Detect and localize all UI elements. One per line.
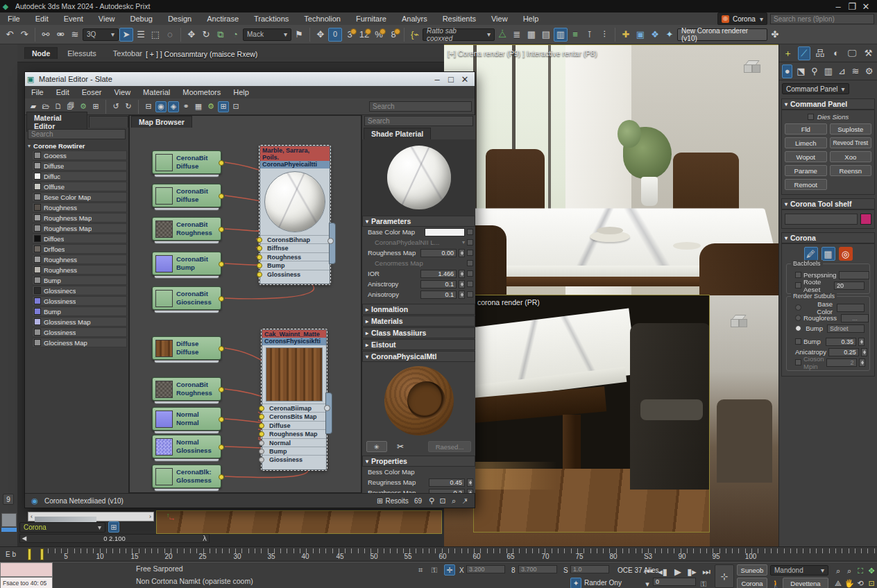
corona-logo-button[interactable]: ◎ bbox=[839, 247, 853, 261]
menu-view[interactable]: View bbox=[91, 13, 123, 24]
list-item[interactable]: Roughness bbox=[32, 254, 127, 264]
value-field[interactable]: Sdroet bbox=[827, 325, 865, 333]
render-iterative-icon[interactable]: ✦ bbox=[663, 28, 676, 42]
show-background-icon[interactable]: ◈ bbox=[168, 101, 179, 112]
checkbox[interactable] bbox=[795, 282, 801, 288]
list-item[interactable]: Glossiness bbox=[32, 327, 127, 337]
corona-button[interactable]: Corona bbox=[737, 578, 767, 588]
go-to-start-icon[interactable]: ⏮ bbox=[642, 564, 656, 578]
tab-ghost[interactable] bbox=[89, 116, 128, 128]
manipulate-icon[interactable]: ✥ bbox=[314, 28, 327, 42]
input-port[interactable] bbox=[257, 254, 262, 260]
zoom-icon[interactable]: ⌕ bbox=[833, 565, 844, 576]
output-port[interactable] bbox=[219, 417, 224, 422]
timeline-marker[interactable] bbox=[40, 548, 44, 560]
pivot-icon[interactable]: ⚑ bbox=[292, 28, 306, 42]
viewcube-icon[interactable] bbox=[731, 315, 749, 330]
output-port[interactable] bbox=[219, 346, 224, 352]
dope-sheet-icon[interactable]: ≡ bbox=[568, 28, 582, 42]
go-to-end-icon[interactable]: ⏭ bbox=[699, 564, 713, 578]
spinner[interactable] bbox=[459, 249, 465, 257]
crossing-selection-icon[interactable]: ◌ bbox=[163, 28, 177, 42]
placement-icon[interactable]: ◔ bbox=[228, 28, 242, 42]
map-checkbox[interactable] bbox=[467, 229, 473, 235]
radio[interactable] bbox=[795, 315, 801, 321]
spacewarps-category-icon[interactable]: ≋ bbox=[851, 64, 861, 78]
trackbar-range[interactable]: ◄ 0 2.100 λ bbox=[19, 534, 210, 543]
checkbox[interactable] bbox=[795, 359, 801, 365]
lock-selection-icon[interactable]: ⚿ bbox=[429, 564, 440, 576]
snap-3d-icon[interactable]: 3 bbox=[343, 28, 357, 42]
map-checkbox[interactable] bbox=[467, 270, 473, 277]
corona-view-dropdown[interactable]: Corona ▾ bbox=[19, 522, 105, 533]
material-node-walnut[interactable]: Cak_Wainnt_Matte CoronsFhysicsikfti Cero… bbox=[262, 329, 327, 470]
me-menu-file[interactable]: File bbox=[25, 87, 50, 98]
utilities-tab-icon[interactable]: ⚒ bbox=[862, 46, 874, 60]
layer-manager-icon[interactable]: ▦ bbox=[525, 28, 538, 42]
new-material-icon[interactable]: ▰ bbox=[28, 101, 39, 112]
results-grid-icon[interactable]: ⊞ bbox=[375, 495, 386, 506]
corona-checker-icon[interactable]: ▦ bbox=[821, 247, 835, 261]
reensn-button[interactable]: Reensn bbox=[830, 165, 872, 176]
shapes-category-icon[interactable]: ⬔ bbox=[796, 64, 806, 78]
z-field[interactable]: 1.0 bbox=[570, 565, 609, 573]
fov-icon[interactable]: ⟁ bbox=[833, 578, 844, 588]
render-frame-icon[interactable]: ▣ bbox=[633, 28, 647, 42]
zoom-extents-all-icon[interactable]: ✥ bbox=[866, 565, 877, 576]
input-slot[interactable]: Diffuse bbox=[262, 421, 326, 429]
menu-event[interactable]: Event bbox=[56, 13, 91, 24]
parameters-rollout[interactable]: ▾ Parameters bbox=[362, 216, 475, 227]
map-checkbox[interactable] bbox=[467, 239, 473, 245]
unassign-icon[interactable]: ✂ bbox=[391, 441, 409, 452]
scale-icon[interactable]: ⧉ bbox=[214, 28, 228, 42]
select-by-name-icon[interactable]: ☰ bbox=[134, 28, 148, 42]
prev-frame-icon[interactable]: ◂▮ bbox=[656, 564, 670, 578]
xoo-button[interactable]: Xoo bbox=[830, 151, 872, 162]
corona-rollout[interactable]: ▾Corona bbox=[781, 232, 875, 243]
input-port[interactable] bbox=[259, 457, 264, 462]
wopot-button[interactable]: Wopot bbox=[785, 151, 827, 162]
list-item[interactable]: Roughness bbox=[32, 265, 127, 275]
zoom-extents-icon[interactable]: ▦ bbox=[193, 101, 204, 112]
zoom-all-icon[interactable]: ⌕ bbox=[844, 565, 855, 576]
menu-edit[interactable]: Edit bbox=[28, 13, 56, 24]
render-only-icon[interactable]: ✦ bbox=[570, 578, 581, 588]
value-field[interactable]: 2 bbox=[826, 358, 857, 367]
restore-icon[interactable]: ❐ bbox=[845, 0, 859, 13]
map-node[interactable]: NormalGlossiness bbox=[152, 435, 221, 458]
reference-coordinate-dropdown[interactable]: Mack▾ bbox=[243, 28, 291, 41]
list-item[interactable]: Drffoes bbox=[32, 244, 127, 254]
me-menu-edit[interactable]: Edit bbox=[50, 87, 76, 98]
devettena-button[interactable]: Devettena bbox=[783, 578, 828, 588]
node-side-tab[interactable] bbox=[325, 392, 332, 434]
menu-resitients[interactable]: Resitients bbox=[435, 13, 484, 24]
output-port[interactable] bbox=[327, 238, 334, 244]
redo-icon[interactable]: ↷ bbox=[17, 28, 31, 42]
output-port[interactable] bbox=[219, 227, 224, 232]
list-item[interactable]: Diffuc bbox=[32, 171, 127, 181]
edit-keys-icon[interactable]: {⌁ bbox=[408, 28, 422, 42]
y-field[interactable]: 3.700 bbox=[518, 565, 557, 573]
scene-explorer-icon[interactable]: ▤ bbox=[539, 28, 553, 42]
display-tab-icon[interactable]: 🖵 bbox=[846, 46, 858, 60]
spinner-snap-icon[interactable]: 8 bbox=[386, 28, 400, 42]
rollout-class-massiiurs[interactable]: ▸Class Massiiurs bbox=[362, 327, 475, 338]
tree-collapse-icon[interactable]: ▾ bbox=[28, 143, 31, 149]
stats-icon[interactable]: ⭷ bbox=[459, 495, 470, 506]
list-item[interactable]: Bump bbox=[32, 275, 127, 285]
frame-field[interactable]: 0 bbox=[653, 578, 696, 586]
selection-filter-dropdown[interactable]: 3Q▾ bbox=[83, 28, 119, 41]
isolate-icon[interactable]: ⌗ bbox=[415, 564, 426, 576]
menu-design[interactable]: Design bbox=[160, 13, 199, 24]
input-port[interactable] bbox=[259, 431, 264, 437]
color-swatch[interactable] bbox=[1, 513, 17, 527]
scroll-left-icon[interactable]: ‹ bbox=[28, 513, 35, 520]
value-field[interactable]: 20 bbox=[834, 282, 865, 290]
render-production-icon[interactable]: ❖ bbox=[648, 28, 662, 42]
geometry-category-icon[interactable]: ● bbox=[782, 64, 792, 78]
close-icon[interactable]: ✕ bbox=[859, 0, 873, 13]
output-port[interactable] bbox=[219, 387, 224, 392]
limech-button[interactable]: Limech bbox=[785, 137, 827, 148]
value-field[interactable]: 0.25 bbox=[828, 348, 859, 356]
copy-icon[interactable]: 🗐 bbox=[65, 101, 76, 112]
